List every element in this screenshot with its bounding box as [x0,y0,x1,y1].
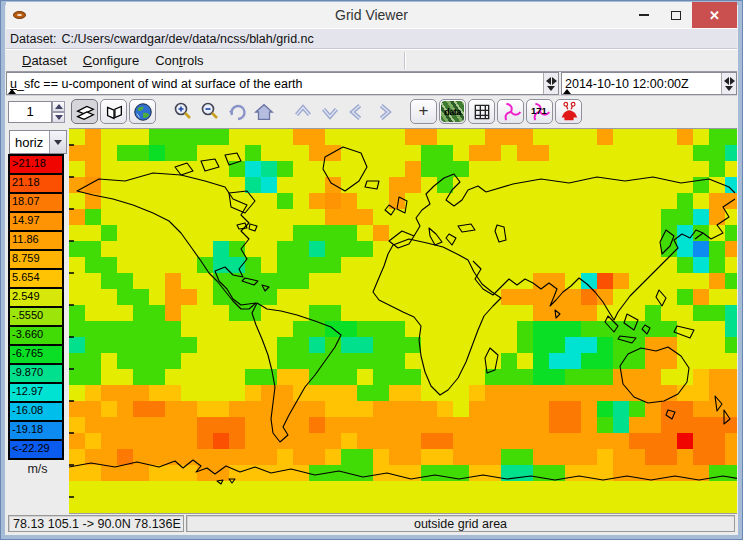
view-mode-dropdown[interactable]: horiz [9,130,67,154]
scale-entry: 2.549 [8,287,64,308]
scale-entry: -12.97 [8,382,64,403]
left-arrow-icon [724,77,729,85]
pan-right-button[interactable] [371,99,396,124]
datetime-text: 2014-10-10 12:00:00Z [562,77,689,91]
down-arrow-icon [54,140,62,145]
home-button[interactable] [251,99,276,124]
home-icon [253,101,275,123]
show-contours-button[interactable] [497,99,524,124]
level-spinner[interactable]: 1 [8,101,65,123]
settings-robot-button[interactable] [555,99,582,124]
scale-entry: 11.86 [8,230,64,251]
datetime-spinner[interactable] [721,73,736,94]
field-selector[interactable]: u_sfc == u-component of wind at surface … [6,72,559,95]
pages-icon [103,101,125,123]
right-arrow-icon [552,77,557,85]
dataset-path: C:/Users/cwardgar/dev/data/ncss/blah/gri… [62,32,314,46]
left-panel: horiz >21.1821.1818.0714.9711.868.7595.6… [6,127,69,514]
minimize-button[interactable] [628,2,660,28]
scale-entry: 18.07 [8,192,64,213]
menu-item-configure[interactable]: Configure [75,51,147,71]
dataset-label: Dataset: [10,32,57,46]
scale-entry: >21.18 [8,154,64,175]
level-down-button[interactable] [52,112,65,123]
down-arrow-icon [55,115,63,120]
view-mode-value: horiz [10,131,49,153]
scale-entry: 8.759 [8,249,64,270]
status-message: outside grid area [186,515,735,532]
datetime-selector[interactable]: 2014-10-10 12:00:00Z [561,72,737,95]
datetime-marker-icon [563,89,571,94]
level-up-button[interactable] [52,101,65,112]
pinwheel-icon [500,101,522,123]
close-button[interactable]: ✕ [692,2,737,28]
scale-entry: 5.654 [8,268,64,289]
show-contour-labels-button[interactable]: 171 [526,99,553,124]
data-label: data [444,107,461,117]
toolbar: 1 [6,96,737,127]
draw-horiz-button[interactable] [71,99,98,124]
down-arrow-icon [547,86,555,91]
close-icon: ✕ [709,8,720,23]
menu-item-controls[interactable]: Controls [147,51,211,71]
status-bar: 78.13 105.1 -> 90.0N 78.136E outside gri… [6,514,737,534]
pan-left-button[interactable] [344,99,369,124]
color-scale: >21.1821.1818.0714.9711.868.7595.6542.54… [8,156,64,460]
pan-up-button[interactable] [290,99,315,124]
scale-entry: -16.08 [8,401,64,422]
scale-entry: -9.870 [8,363,64,384]
menu-item-dataset[interactable]: Dataset [14,51,75,71]
layers-icon [74,101,96,123]
chevron-left-icon [346,101,368,123]
units-label: m/s [6,460,69,477]
position-readout: 78.13 105.1 -> 90.0N 78.136E [8,515,184,532]
rotate-arrow-icon [226,101,248,123]
field-spinner[interactable] [543,73,558,94]
zoom-in-icon [172,101,194,123]
field-marker-icon [8,89,16,94]
add-point-button[interactable]: + [410,99,437,124]
down-arrow-icon [725,86,733,91]
dropdown-button[interactable] [49,131,66,153]
chevron-right-icon [373,101,395,123]
contour-label-text: 171 [531,105,547,116]
scale-entry: -3.660 [8,325,64,346]
scale-entry: -6.765 [8,344,64,365]
show-grid-lines-button[interactable] [468,99,495,124]
chevron-up-icon [292,101,314,123]
map-cells [69,129,737,513]
menu-bar: DatasetConfigureControls [6,49,737,72]
scale-entry: 21.18 [8,173,64,194]
show-data-table-button[interactable]: data [439,99,466,124]
dataset-bar: Dataset: C:/Users/cwardgar/dev/data/ncss… [6,28,737,49]
draw-vert-button[interactable] [100,99,127,124]
right-arrow-icon [730,77,735,85]
globe-icon [132,101,154,123]
main-area: horiz >21.1821.1818.0714.9711.868.7595.6… [6,127,737,514]
scale-entry: -.5550 [8,306,64,327]
pan-down-button[interactable] [317,99,342,124]
zoom-previous-button[interactable] [224,99,249,124]
chevron-down-icon [319,101,341,123]
zoom-in-button[interactable] [170,99,195,124]
scale-entry: 14.97 [8,211,64,232]
left-arrow-icon [546,77,551,85]
red-robot-icon [558,101,580,123]
map-view[interactable] [69,128,737,514]
plus-icon: + [419,102,429,119]
minimize-icon [639,14,649,16]
field-row: u_sfc == u-component of wind at surface … [6,72,737,96]
zoom-out-icon [199,101,221,123]
level-value[interactable]: 1 [8,101,52,123]
scale-entry: -19.18 [8,420,64,441]
up-arrow-icon [55,104,63,109]
zoom-out-button[interactable] [197,99,222,124]
grid-viewer-window: Grid Viewer ✕ Dataset: C:/Users/cwardgar… [0,0,743,540]
maximize-button[interactable] [660,2,692,28]
grid-icon [472,102,492,122]
title-bar: Grid Viewer ✕ [6,2,737,28]
projection-button[interactable] [129,99,156,124]
maximize-icon [671,11,681,20]
field-text: _sfc == u-component of wind at surface o… [17,77,303,91]
scale-entry: <-22.29 [8,439,64,460]
